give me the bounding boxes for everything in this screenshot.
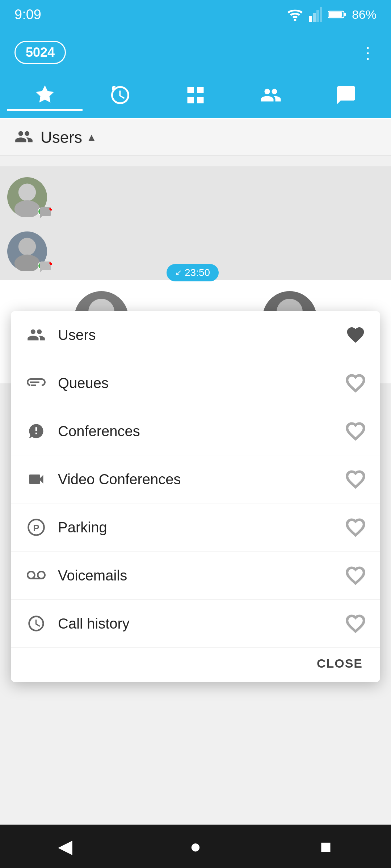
menu-voicemails-icon [25, 566, 47, 585]
battery-icon [328, 9, 346, 20]
svg-point-15 [14, 255, 40, 271]
parking-favorite-heart[interactable] [345, 517, 366, 537]
contacts-icon [260, 84, 282, 106]
svg-rect-1 [309, 16, 312, 22]
battery-percent: 86% [352, 8, 377, 22]
svg-rect-2 [313, 13, 316, 22]
more-menu-icon[interactable]: ⋮ [360, 43, 377, 62]
menu-users-icon [25, 326, 47, 344]
users-favorite-heart[interactable] [345, 325, 366, 345]
tab-chat[interactable] [308, 84, 384, 110]
status-time: 9:09 [14, 7, 41, 22]
svg-rect-4 [320, 7, 322, 22]
avatar-left-2[interactable] [7, 231, 47, 271]
tab-grid[interactable] [158, 84, 233, 110]
notification-badge[interactable]: 5024 [14, 41, 66, 64]
menu-parking-label: Parking [58, 519, 345, 536]
svg-point-10 [18, 184, 36, 201]
menu-conferences-icon [25, 422, 47, 441]
status-bar: 9:09 86% [0, 0, 391, 29]
call-history-favorite-heart[interactable] [345, 613, 366, 634]
voicemails-favorite-heart[interactable] [345, 565, 366, 586]
menu-call-history-label: Call history [58, 616, 345, 632]
menu-item-voicemails[interactable]: Voicemails [11, 552, 380, 600]
queues-favorite-heart[interactable] [345, 373, 366, 393]
svg-rect-6 [344, 13, 346, 16]
menu-item-conferences[interactable]: Conferences [11, 407, 380, 455]
svg-text:P: P [33, 523, 39, 533]
menu-item-queues[interactable]: Queues [11, 359, 380, 407]
users-section-icon [14, 127, 33, 148]
section-header[interactable]: Users ▲ [0, 119, 391, 156]
avatar-left-1[interactable] [7, 177, 47, 217]
star-icon [34, 84, 56, 105]
menu-queues-icon [25, 374, 47, 392]
menu-users-label: Users [58, 327, 345, 343]
svg-rect-3 [316, 10, 319, 22]
chat-icon [335, 84, 357, 106]
left-avatars-list [0, 166, 65, 282]
call-timer-value: 23:50 [185, 267, 210, 278]
menu-conferences-label: Conferences [58, 423, 345, 439]
menu-close-row: CLOSE [11, 648, 380, 682]
menu-item-call-history[interactable]: Call history [11, 600, 380, 648]
home-button[interactable]: ● [174, 832, 217, 861]
app-bar: 5024 ⋮ [0, 29, 391, 76]
menu-parking-icon: P [25, 518, 47, 537]
section-arrow: ▲ [87, 132, 97, 143]
grid-icon [185, 84, 206, 106]
back-button[interactable]: ◀ [43, 832, 87, 861]
chat-small-icon-1 [39, 206, 52, 219]
close-button[interactable]: CLOSE [317, 656, 363, 671]
tab-favorites[interactable] [7, 84, 83, 111]
recents-button[interactable]: ■ [304, 832, 348, 861]
svg-point-14 [18, 238, 36, 255]
menu-voicemails-label: Voicemails [58, 567, 345, 584]
tab-history[interactable] [83, 84, 158, 110]
wifi-icon [287, 8, 303, 21]
menu-item-users[interactable]: Users [11, 311, 380, 359]
menu-call-history-icon [25, 614, 47, 633]
section-title: Users [41, 128, 82, 146]
call-timer-badge: ↙ 23:50 [167, 264, 219, 281]
svg-point-11 [14, 200, 40, 217]
menu-video-icon [25, 470, 47, 489]
call-arrow-icon: ↙ [175, 268, 182, 277]
history-icon [109, 84, 131, 106]
menu-item-video-conferences[interactable]: Video Conferences [11, 455, 380, 503]
svg-point-0 [294, 19, 296, 21]
menu-item-parking[interactable]: P Parking [11, 503, 380, 552]
dropdown-menu: Users Queues Conferences [11, 311, 380, 682]
conferences-favorite-heart[interactable] [345, 421, 366, 441]
bottom-nav: ◀ ● ■ [0, 825, 391, 868]
nav-tabs [0, 76, 391, 119]
menu-video-conferences-label: Video Conferences [58, 471, 345, 488]
video-conferences-favorite-heart[interactable] [345, 469, 366, 489]
status-icons: 86% [287, 7, 377, 22]
svg-rect-7 [329, 12, 342, 17]
chat-small-icon-2 [39, 260, 52, 273]
signal-icon [309, 7, 322, 22]
menu-queues-label: Queues [58, 375, 345, 391]
tab-contacts[interactable] [233, 84, 308, 110]
